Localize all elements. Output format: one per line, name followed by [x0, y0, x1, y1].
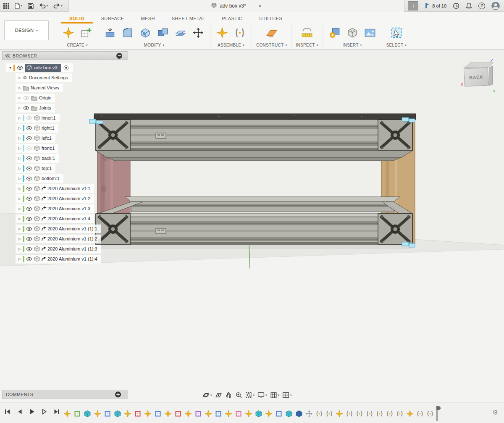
timeline-feature-joint[interactable] — [354, 407, 364, 420]
fit-button[interactable]: ▾ — [245, 392, 255, 399]
browser-row[interactable]: ▷2020 Aluminium v1:1 — [2, 183, 128, 193]
notifications-bell-icon[interactable] — [466, 3, 472, 9]
zoom-button[interactable] — [235, 392, 242, 399]
visibility-eye-icon[interactable] — [26, 226, 32, 232]
visibility-eye-icon[interactable] — [26, 256, 32, 262]
expand-arrow-icon[interactable]: ▷ — [16, 76, 23, 80]
visibility-eye-icon[interactable] — [26, 175, 32, 182]
browser-row[interactable]: ▷bottom:1 — [2, 173, 128, 183]
browser-row[interactable]: ▷Origin — [2, 93, 128, 103]
history-clock-icon[interactable] — [453, 3, 459, 9]
timeline-feature-joint[interactable] — [365, 407, 374, 420]
visibility-eye-icon[interactable] — [23, 105, 29, 111]
collapse-panel-icon[interactable] — [5, 52, 10, 60]
construction-plane-icon[interactable] — [264, 25, 279, 40]
visibility-eye-icon[interactable] — [26, 145, 32, 151]
timeline-feature-component[interactable] — [203, 407, 213, 420]
visibility-eye-icon[interactable] — [17, 65, 23, 71]
tab-solid[interactable]: SOLID — [61, 13, 93, 24]
timeline-feature-joint[interactable] — [375, 407, 384, 420]
help-icon[interactable]: ? — [478, 3, 485, 9]
timeline-feature-component[interactable] — [62, 407, 72, 420]
toolbar-group-label[interactable]: MODIFY▾ — [144, 42, 165, 48]
look-at-button[interactable] — [215, 392, 222, 399]
toolbar-group-label[interactable]: CONSTRUCT▾ — [256, 42, 287, 48]
expand-arrow-icon[interactable]: ▷ — [16, 106, 23, 110]
shell-icon[interactable] — [138, 25, 153, 40]
fillet-icon[interactable] — [120, 25, 135, 40]
timeline-feature-joint[interactable] — [425, 407, 435, 420]
toolbar-group-label[interactable]: INSPECT▾ — [296, 42, 318, 48]
expand-arrow-icon[interactable]: ▷ — [16, 146, 23, 150]
comments-bar[interactable]: COMMENTS — [2, 390, 128, 399]
timeline-feature-extrude[interactable] — [254, 407, 263, 420]
new-document-tab-button[interactable]: + — [408, 1, 418, 10]
expand-arrow-icon[interactable]: ▷ — [16, 86, 23, 90]
panel-resize-handle[interactable] — [124, 392, 124, 397]
visibility-eye-icon[interactable] — [26, 246, 32, 252]
browser-header[interactable]: BROWSER — [2, 51, 128, 60]
offset-face-icon[interactable] — [173, 25, 188, 40]
timeline-feature-component[interactable] — [143, 407, 152, 420]
timeline-feature-sketch[interactable] — [133, 407, 142, 420]
visibility-eye-icon[interactable] — [26, 125, 32, 131]
timeline-feature-sketch[interactable] — [274, 407, 284, 420]
timeline-position-marker[interactable] — [436, 406, 442, 422]
file-menu-button[interactable]: ▾ — [15, 3, 22, 9]
new-component-icon[interactable] — [61, 25, 76, 40]
document-tab[interactable]: adv box v3* × — [68, 0, 405, 12]
visibility-eye-icon[interactable] — [26, 115, 32, 121]
insert-mesh-icon[interactable] — [345, 25, 360, 40]
redo-button[interactable]: ▾ — [53, 3, 63, 8]
browser-row[interactable]: ▷front:1 — [2, 143, 128, 153]
browser-row[interactable]: ▷inner:1 — [2, 113, 128, 123]
insert-derive-icon[interactable] — [327, 25, 342, 40]
tab-plastic[interactable]: PLASTIC — [214, 13, 251, 24]
grid-settings-button[interactable]: ▾ — [270, 392, 280, 399]
toolbar-group-label[interactable]: INSERT▾ — [343, 42, 362, 48]
active-component[interactable]: adv box v3 — [25, 64, 61, 72]
panel-resize-handle[interactable] — [125, 53, 125, 58]
timeline-feature-sketch[interactable] — [72, 407, 82, 420]
visibility-eye-icon[interactable] — [26, 206, 32, 212]
play-button[interactable] — [29, 408, 35, 415]
expand-arrow-icon[interactable]: ▷ — [16, 197, 23, 201]
timeline-feature-extrude[interactable] — [82, 407, 92, 420]
timeline-feature-sketch[interactable] — [234, 407, 243, 420]
undo-button[interactable]: ▾ — [39, 3, 48, 8]
visibility-eye-icon[interactable] — [26, 165, 32, 172]
toolbar-group-label[interactable]: ASSEMBLE▾ — [218, 42, 244, 48]
visibility-eye-icon[interactable] — [23, 95, 29, 101]
browser-row[interactable]: ▼adv box v3 — [2, 63, 128, 73]
expand-arrow-icon[interactable]: ▷ — [16, 227, 23, 231]
view-cube-right-face[interactable] — [489, 66, 493, 86]
step-back-button[interactable] — [16, 408, 23, 415]
expand-arrow-icon[interactable]: ▷ — [16, 96, 23, 100]
timeline-feature-component[interactable] — [183, 407, 193, 420]
visibility-eye-icon[interactable] — [26, 155, 32, 162]
joint-icon[interactable] — [232, 25, 247, 40]
timeline-feature-component[interactable] — [244, 407, 253, 420]
expand-arrow-icon[interactable]: ▷ — [16, 116, 23, 120]
timeline-feature-sketch[interactable] — [153, 407, 163, 420]
expand-arrow-icon[interactable]: ▷ — [16, 167, 23, 170]
timeline-feature-extrude[interactable] — [294, 407, 304, 420]
view-cube-front-face[interactable]: BACK — [464, 68, 489, 87]
app-grid-menu-icon[interactable] — [3, 3, 9, 9]
expand-arrow-icon[interactable]: ▷ — [16, 157, 23, 160]
browser-display-toggle-icon[interactable] — [116, 53, 122, 59]
browser-row[interactable]: ▷Joints — [2, 103, 128, 113]
browser-row[interactable]: ▷top:1 — [2, 163, 128, 173]
canvas-icon[interactable] — [362, 25, 378, 40]
select-icon[interactable] — [389, 25, 404, 40]
timeline-feature-joint[interactable] — [385, 407, 394, 420]
add-comment-icon[interactable] — [115, 392, 121, 397]
display-settings-button[interactable]: ▾ — [257, 392, 267, 399]
skip-to-end-button[interactable] — [53, 408, 60, 415]
measure-icon[interactable] — [299, 25, 315, 40]
timeline-feature-sketch[interactable] — [102, 407, 112, 420]
expand-arrow-icon[interactable]: ▷ — [16, 247, 23, 251]
timeline-feature-sketch[interactable] — [193, 407, 203, 420]
move-icon[interactable] — [191, 25, 206, 40]
tab-surface[interactable]: SURFACE — [93, 13, 133, 24]
